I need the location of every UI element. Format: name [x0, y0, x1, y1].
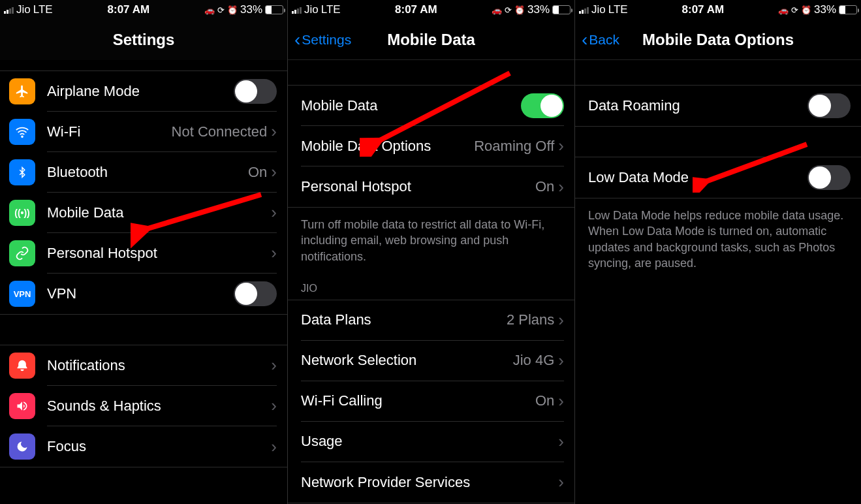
battery-icon [265, 5, 283, 14]
row-airplane-mode[interactable]: Airplane Mode [0, 71, 287, 112]
row-value: 2 Plans [507, 311, 554, 328]
settings-group-connectivity: Airplane Mode Wi-Fi Not Connected › Blue… [0, 71, 287, 315]
bell-icon [9, 353, 35, 379]
wifi-icon [9, 119, 35, 145]
chevron-left-icon: ‹ [294, 31, 300, 49]
nav-header: Settings [0, 20, 287, 60]
screen-settings: Jio LTE 8:07 AM 🚗 ⟳ ⏰ 33% Settings Airpl… [0, 0, 287, 504]
row-bluetooth[interactable]: Bluetooth On › [0, 152, 287, 193]
row-network-selection[interactable]: Network Selection Jio 4G › [288, 341, 574, 381]
chevron-right-icon: › [271, 121, 277, 142]
back-label: Settings [302, 32, 351, 48]
row-label: Usage [301, 433, 558, 450]
row-sounds-haptics[interactable]: Sounds & Haptics › [0, 386, 287, 426]
row-value: Jio 4G [513, 352, 555, 369]
low-data-mode-toggle[interactable] [807, 165, 851, 190]
chevron-right-icon: › [558, 136, 564, 156]
group-low-data-mode: Low Data Mode [575, 157, 861, 198]
row-data-roaming[interactable]: Data Roaming [575, 86, 861, 126]
back-label: Back [589, 32, 619, 48]
page-title: Mobile Data Options [642, 31, 794, 49]
battery-pct: 33% [240, 3, 262, 16]
clock: 8:07 AM [395, 3, 437, 16]
signal-bars-icon [4, 6, 14, 14]
row-label: Wi-Fi Calling [301, 392, 535, 409]
airplane-mode-toggle[interactable] [234, 79, 277, 104]
carrier-label: Jio [304, 3, 319, 16]
row-label: Bluetooth [47, 164, 248, 181]
antenna-icon: ((•)) [9, 200, 35, 226]
row-value: Roaming Off [474, 138, 554, 155]
chevron-left-icon: ‹ [582, 31, 587, 49]
chevron-right-icon: › [558, 432, 564, 452]
chevron-right-icon: › [271, 162, 277, 182]
sound-icon [9, 393, 35, 419]
row-value: On [248, 164, 267, 181]
mobile-data-toggle[interactable] [521, 93, 564, 118]
row-personal-hotspot[interactable]: Personal Hotspot On › [288, 166, 574, 207]
row-label: Mobile Data [301, 97, 521, 114]
airplane-icon [9, 78, 35, 104]
row-mobile-data-options[interactable]: Mobile Data Options Roaming Off › [288, 126, 574, 166]
signal-bars-icon [292, 6, 302, 14]
row-network-provider-services[interactable]: Network Provider Services › [288, 462, 574, 503]
row-label: VPN [47, 285, 234, 302]
vpn-toggle[interactable] [234, 281, 277, 306]
status-bar: Jio LTE 8:07 AM 🚗 ⟳ ⏰ 33% [0, 0, 287, 20]
row-value: On [535, 392, 554, 409]
clock: 8:07 AM [108, 3, 150, 16]
back-button[interactable]: ‹ Settings [294, 31, 351, 49]
carrier-label: Jio [591, 3, 606, 16]
data-roaming-toggle[interactable] [807, 93, 851, 118]
back-button[interactable]: ‹ Back [582, 31, 619, 49]
row-label: Airplane Mode [47, 83, 234, 100]
row-label: Mobile Data [47, 204, 271, 221]
row-low-data-mode[interactable]: Low Data Mode [575, 157, 861, 198]
svg-point-0 [22, 136, 23, 137]
status-bar: Jio LTE 8:07 AM 🚗 ⟳ ⏰ 33% [575, 0, 861, 20]
chevron-right-icon: › [271, 396, 277, 416]
row-label: Personal Hotspot [47, 245, 271, 262]
alarm-icon: ⏰ [801, 5, 811, 15]
orientation-lock-icon: ⟳ [505, 5, 512, 15]
network-label: LTE [608, 3, 628, 16]
signal-bars-icon [579, 6, 589, 14]
row-label: Low Data Mode [588, 169, 807, 186]
alarm-icon: ⏰ [514, 5, 525, 15]
row-label: Data Roaming [588, 97, 807, 114]
section-footer: Low Data Mode helps reduce mobile data u… [575, 198, 861, 284]
row-label: Wi-Fi [47, 123, 172, 140]
page-title: Settings [113, 31, 175, 49]
mobile-data-group-1: Mobile Data Mobile Data Options Roaming … [288, 85, 574, 208]
row-data-plans[interactable]: Data Plans 2 Plans › [288, 300, 574, 341]
row-label: Network Provider Services [301, 474, 558, 491]
screen-mobile-data-options: Jio LTE 8:07 AM 🚗 ⟳ ⏰ 33% ‹ Back Mobile … [574, 0, 861, 504]
row-value: On [535, 178, 554, 195]
bluetooth-icon [9, 159, 35, 185]
row-label: Notifications [47, 357, 271, 374]
row-personal-hotspot[interactable]: Personal Hotspot › [0, 233, 287, 274]
row-wifi-calling[interactable]: Wi-Fi Calling On › [288, 381, 574, 422]
row-notifications[interactable]: Notifications › [0, 345, 287, 386]
chevron-right-icon: › [271, 202, 277, 223]
row-value: Not Connected [172, 123, 268, 140]
row-vpn[interactable]: VPN VPN [0, 274, 287, 314]
row-wifi[interactable]: Wi-Fi Not Connected › [0, 112, 287, 152]
mobile-data-group-jio: Data Plans 2 Plans › Network Selection J… [288, 300, 574, 503]
chevron-right-icon: › [558, 177, 564, 197]
row-usage[interactable]: Usage › [288, 422, 574, 462]
network-label: LTE [33, 3, 53, 16]
row-label: Sounds & Haptics [47, 398, 271, 415]
chevron-right-icon: › [558, 391, 564, 411]
row-focus[interactable]: Focus › [0, 426, 287, 467]
section-footer: Turn off mobile data to restrict all dat… [288, 208, 574, 277]
row-label: Network Selection [301, 352, 513, 369]
chevron-right-icon: › [271, 437, 277, 457]
row-label: Data Plans [301, 311, 507, 328]
row-mobile-data[interactable]: ((•)) Mobile Data › [0, 193, 287, 233]
battery-icon [839, 5, 857, 14]
row-mobile-data-toggle[interactable]: Mobile Data [288, 86, 574, 126]
row-label: Mobile Data Options [301, 138, 474, 155]
vpn-icon: VPN [9, 281, 35, 307]
chevron-right-icon: › [558, 351, 564, 371]
